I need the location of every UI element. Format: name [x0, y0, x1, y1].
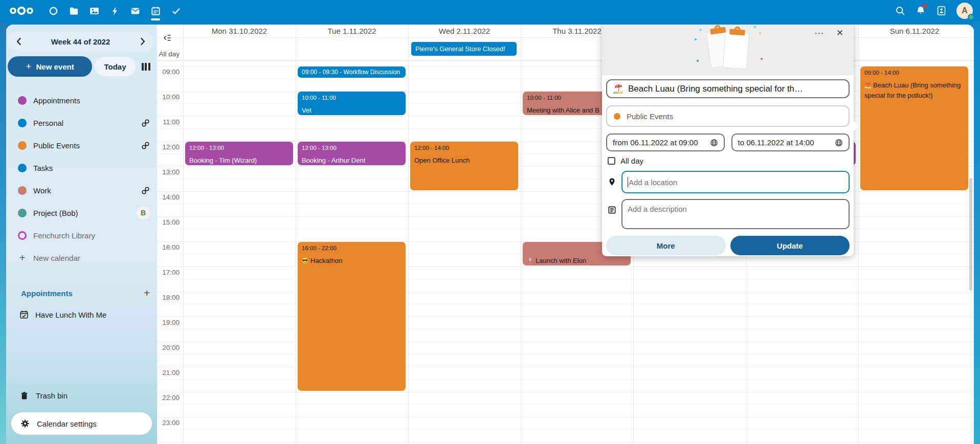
update-button[interactable]: Update: [730, 236, 850, 255]
day-header: Tue 1.11.2022: [296, 25, 408, 37]
column-divider: [858, 25, 859, 444]
calendar-event[interactable]: 10:00 - 11:00Vet: [298, 92, 406, 115]
files-icon[interactable]: [63, 0, 84, 21]
activity-icon[interactable]: [104, 0, 125, 21]
calendar-color-dot: [18, 96, 27, 105]
calendar-list-item[interactable]: Appointments: [6, 89, 157, 112]
calendar-event[interactable]: 12:00 - 14:00Open Office Lunch: [410, 142, 518, 190]
calendar-event[interactable]: 09:00 - 09:30 - Workflow Discussion: [298, 66, 406, 78]
rocket-emoji-icon: [527, 257, 533, 264]
event-time: 10:00 - 11:00: [302, 94, 402, 101]
calendar-event[interactable]: 12:00 - 13:00Booking - Arthur Dent: [298, 142, 406, 165]
all-day-checkbox[interactable]: [608, 157, 615, 165]
calendar-name: Appointments: [33, 96, 150, 105]
day-header: Wed 2.11.2022: [408, 25, 521, 37]
all-day-event[interactable]: Pierre's General Store Closed!: [411, 42, 517, 56]
calendar-app-icon[interactable]: [145, 0, 166, 21]
search-icon[interactable]: [890, 0, 910, 21]
add-appointment-icon[interactable]: +: [144, 287, 150, 299]
calendar-color-dot: [18, 231, 27, 240]
start-date-picker[interactable]: from 06.11.2022 at 09:00: [606, 134, 725, 151]
nextcloud-logo[interactable]: [8, 5, 35, 17]
calendar-select-value: Public Events: [627, 112, 673, 121]
view-columns-icon[interactable]: [138, 59, 153, 74]
timezone-globe-icon[interactable]: [710, 139, 718, 147]
event-title: Beach Luau (Bring something special for …: [864, 81, 961, 99]
dashboard-icon[interactable]: [43, 0, 63, 21]
calendar-color-dot: [18, 119, 27, 127]
date-range-row: from 06.11.2022 at 09:00 to 06.11.2022 a…: [606, 134, 850, 151]
appointment-item-label: Have Lunch With Me: [35, 310, 106, 319]
collapse-weekdays-icon[interactable]: [163, 34, 171, 41]
tasks-icon[interactable]: [166, 0, 186, 21]
beach-umbrella-emoji-icon: [613, 84, 623, 94]
calendar-color-dot: [18, 209, 27, 217]
close-icon[interactable]: ✕: [832, 25, 848, 40]
description-icon: [608, 206, 616, 214]
next-week-button[interactable]: [131, 32, 153, 51]
calendar-list-item[interactable]: Public Events: [6, 134, 157, 157]
new-event-button[interactable]: + New event: [8, 56, 92, 77]
column-divider: [183, 25, 184, 444]
nextcloud-calendar-app: A Week 44 of 2022 + New event: [0, 0, 980, 444]
shared-link-icon: [141, 119, 150, 127]
column-divider: [521, 25, 521, 444]
end-date-picker[interactable]: to 06.11.2022 at 14:00: [731, 134, 850, 151]
today-button[interactable]: Today: [95, 57, 136, 76]
trash-icon: [20, 391, 29, 400]
event-time: 12:00 - 13:00: [189, 144, 289, 151]
avatar[interactable]: A: [956, 3, 973, 19]
vertical-scrollbar[interactable]: [969, 178, 972, 291]
calendar-event[interactable]: 16:00 - 22:00Hackathon: [298, 242, 406, 391]
notifications-bell-icon[interactable]: [910, 0, 931, 21]
location-input[interactable]: Add a location: [621, 171, 850, 193]
time-label: 22:00: [157, 394, 180, 402]
calendar-color-dot: [18, 164, 27, 172]
calendar-list-item[interactable]: Tasks: [6, 157, 157, 179]
day-header: Mon 31.10.2022: [183, 25, 296, 37]
time-label: 09:00: [157, 68, 180, 76]
event-title: Vet: [302, 106, 311, 114]
timezone-globe-icon[interactable]: [835, 139, 843, 147]
status-online-dot: [968, 14, 974, 20]
calendar-event[interactable]: 09:00 - 14:00Beach Luau (Bring something…: [860, 66, 968, 190]
calendar-list-item[interactable]: Personal: [6, 112, 157, 134]
event-time: 16:00 - 22:00: [302, 245, 402, 252]
modal-buttons: More Update: [606, 236, 850, 255]
event-editor-popover: ⋯ ✕ Beach Luau (Bring something special …: [602, 25, 854, 256]
calendar-select[interactable]: Public Events: [606, 105, 850, 127]
time-label: 16:00: [157, 243, 180, 251]
event-time: 12:00 - 13:00: [302, 144, 402, 151]
description-placeholder: Add a description: [628, 205, 687, 213]
event-title-input[interactable]: Beach Luau (Bring something special for …: [606, 79, 850, 98]
shared-link-icon: [141, 186, 150, 195]
event-illustration: ⋯ ✕: [602, 25, 854, 75]
calendar-list-item[interactable]: Project (Bob)B: [6, 202, 157, 224]
start-date-value: from 06.11.2022 at 09:00: [613, 138, 710, 147]
photos-icon[interactable]: [84, 0, 104, 21]
calendar-list-item[interactable]: Work: [6, 179, 157, 202]
calendar-settings-button[interactable]: Calendar settings: [11, 412, 152, 435]
mail-icon[interactable]: [125, 0, 145, 21]
calendar-name: Fenchurch Library: [33, 231, 150, 240]
calendar-list-item[interactable]: Fenchurch Library: [6, 224, 157, 247]
column-divider: [296, 25, 296, 444]
background-strip-right: [973, 0, 980, 444]
trash-bin-button[interactable]: Trash bin: [6, 386, 157, 405]
more-actions-icon[interactable]: ⋯: [812, 25, 827, 40]
all-day-checkbox-label: All day: [620, 157, 643, 165]
more-button[interactable]: More: [606, 236, 726, 255]
all-day-checkbox-row[interactable]: All day: [606, 157, 850, 165]
calendar-event[interactable]: 12:00 - 13:00Booking - Tim (Wizard): [185, 142, 293, 165]
avatar-letter: A: [962, 6, 968, 15]
event-time: 12:00 - 14:00: [414, 144, 514, 151]
description-input[interactable]: Add a description: [621, 199, 850, 229]
new-calendar-button[interactable]: + New calendar: [6, 247, 157, 269]
appointment-item[interactable]: Have Lunch With Me: [6, 303, 157, 326]
top-bar-user-area: A: [890, 0, 980, 21]
previous-week-button[interactable]: [8, 32, 30, 51]
new-calendar-label: New calendar: [33, 254, 150, 262]
sidebar: Week 44 of 2022 + New event Today Appoin…: [6, 25, 157, 444]
contacts-icon[interactable]: [931, 0, 951, 21]
event-title: Launch with Elon: [536, 257, 586, 264]
